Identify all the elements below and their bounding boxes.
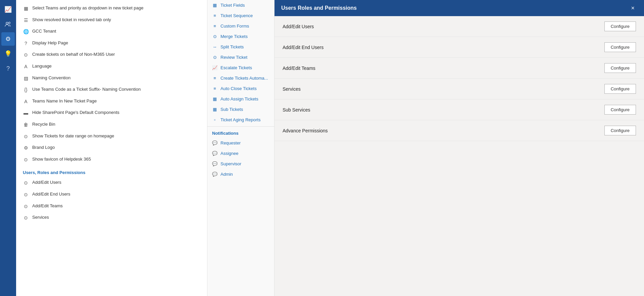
middle-item-merge-tickets[interactable]: ⊙ Merge Tickets — [207, 31, 274, 42]
middle-item-admin[interactable]: 💬 Admin — [207, 169, 274, 179]
add-edit-end-users-row-label: Add/Edit End Users — [283, 45, 324, 50]
modal-header: Users Roles and Permissions × — [275, 0, 644, 16]
middle-panel: ▦ Ticket Fields ≡ Ticket Sequence ≡ Cust… — [207, 0, 275, 296]
left-item-services[interactable]: ⊙ Services — [16, 212, 207, 224]
merge-tickets-label: Merge Tickets — [220, 34, 248, 39]
help-nav-icon[interactable]: ? — [1, 62, 15, 75]
custom-forms-label: Custom Forms — [220, 24, 249, 29]
teams-code-icon: {} — [23, 87, 29, 93]
modal-body: Add/Edit Users Configure Add/Edit End Us… — [275, 16, 644, 296]
teams-name-label: Teams Name In New Ticket Page — [32, 98, 97, 104]
create-tickets-auto-label: Create Tickets Automa... — [220, 76, 268, 81]
left-item-teams-name[interactable]: A Teams Name In New Ticket Page — [16, 96, 207, 108]
left-item-add-edit-users[interactable]: ⊙ Add/Edit Users — [16, 177, 207, 189]
modal-row-add-edit-end-users: Add/Edit End Users Configure — [275, 37, 644, 58]
left-item-teams-code[interactable]: {} Use Teams Code as a Ticket Suffix- Na… — [16, 84, 207, 96]
left-item-language[interactable]: A Language — [16, 61, 207, 73]
sub-services-configure-button[interactable]: Configure — [604, 105, 636, 115]
ticket-sequence-label: Ticket Sequence — [220, 13, 253, 18]
ticket-aging-icon: ▫ — [212, 117, 217, 122]
services-configure-button[interactable]: Configure — [604, 84, 636, 94]
middle-item-auto-assign-tickets[interactable]: ▦ Auto Assign Tickets — [207, 94, 274, 104]
supervisor-label: Supervisor — [220, 161, 241, 166]
custom-forms-icon: ≡ — [212, 24, 217, 29]
gear-nav-icon[interactable]: ⚙ — [1, 32, 15, 46]
modal-row-sub-services: Sub Services Configure — [275, 99, 644, 120]
middle-item-ticket-sequence[interactable]: ≡ Ticket Sequence — [207, 10, 274, 21]
advance-permissions-row-label: Advance Permissions — [283, 128, 328, 133]
left-item-display-help[interactable]: ? Display Help Page — [16, 38, 207, 49]
add-edit-end-users-label: Add/Edit End Users — [32, 191, 70, 197]
show-tickets-date-icon: ⊙ — [23, 133, 29, 140]
services-label: Services — [32, 214, 49, 220]
add-edit-users-configure-button[interactable]: Configure — [604, 22, 636, 31]
recycle-bin-icon: 🗑 — [23, 122, 29, 128]
middle-item-custom-forms[interactable]: ≡ Custom Forms — [207, 21, 274, 31]
merge-tickets-icon: ⊙ — [212, 34, 217, 39]
escalate-tickets-label: Escalate Tickets — [220, 65, 252, 70]
left-item-gcc-tenant[interactable]: 🌐 GCC Tenant — [16, 26, 207, 38]
svg-point-1 — [9, 22, 10, 24]
left-item-create-tickets[interactable]: ⊙ Create tickets on behalf of Non-M365 U… — [16, 49, 207, 61]
review-ticket-label: Review Ticket — [220, 55, 247, 60]
middle-item-assignee[interactable]: 💬 Assignee — [207, 148, 274, 159]
left-item-brand-logo[interactable]: ⚙ Brand Logo — [16, 142, 207, 154]
sub-services-row-label: Sub Services — [283, 107, 310, 113]
middle-item-supervisor[interactable]: 💬 Supervisor — [207, 159, 274, 169]
admin-label: Admin — [220, 172, 233, 177]
modal-row-advance-permissions: Advance Permissions Configure — [275, 120, 644, 141]
add-edit-users-row-label: Add/Edit Users — [283, 24, 314, 29]
auto-close-tickets-label: Auto Close Tickets — [220, 86, 257, 91]
middle-item-split-tickets[interactable]: ↔ Split Tickets — [207, 42, 274, 52]
left-item-hide-sharepoint[interactable]: ▬ Hide SharePoint Page's Default Compone… — [16, 107, 207, 119]
middle-item-requester[interactable]: 💬 Requester — [207, 138, 274, 148]
modal-row-add-edit-teams: Add/Edit Teams Configure — [275, 58, 644, 79]
main-content: Users Roles and Permissions × Add/Edit U… — [275, 0, 644, 296]
left-item-recycle-bin[interactable]: 🗑 Recycle Bin — [16, 119, 207, 131]
add-edit-teams-configure-button[interactable]: Configure — [604, 63, 636, 73]
add-edit-teams-icon: ⊙ — [23, 203, 29, 210]
gcc-tenant-label: GCC Tenant — [32, 28, 56, 34]
left-item-show-tickets-date[interactable]: ⊙ Show Tickets for date range on homepag… — [16, 131, 207, 142]
ticket-sequence-icon: ≡ — [212, 13, 217, 18]
left-item-show-favicon[interactable]: ⊙ Show favicon of Helpdesk 365 — [16, 154, 207, 166]
teams-name-icon: A — [23, 98, 29, 105]
left-item-add-edit-teams[interactable]: ⊙ Add/Edit Teams — [16, 201, 207, 212]
language-icon: A — [23, 64, 29, 70]
brand-logo-label: Brand Logo — [32, 144, 55, 151]
add-edit-end-users-configure-button[interactable]: Configure — [604, 42, 636, 52]
supervisor-icon: 💬 — [212, 161, 217, 166]
left-item-show-resolved[interactable]: ☰ Show resolved ticket in resolved tab o… — [16, 14, 207, 26]
lightbulb-nav-icon[interactable]: 💡 — [1, 47, 15, 60]
people-nav-icon[interactable] — [1, 17, 15, 31]
middle-item-escalate-tickets[interactable]: 📈 Escalate Tickets — [207, 62, 274, 73]
review-ticket-icon: ⊙ — [212, 55, 217, 60]
naming-convention-icon: ▨ — [23, 75, 29, 82]
middle-item-create-tickets-auto[interactable]: ≡ Create Tickets Automa... — [207, 73, 274, 83]
middle-item-ticket-aging[interactable]: ▫ Ticket Aging Reports — [207, 115, 274, 125]
middle-item-review-ticket[interactable]: ⊙ Review Ticket — [207, 52, 274, 62]
modal-panel: Users Roles and Permissions × Add/Edit U… — [275, 0, 644, 296]
left-panel: ▦ Select Teams and priority as dropdown … — [16, 0, 207, 296]
left-item-naming-convention[interactable]: ▨ Naming Convention — [16, 73, 207, 84]
advance-permissions-configure-button[interactable]: Configure — [604, 126, 636, 135]
middle-item-ticket-fields[interactable]: ▦ Ticket Fields — [207, 0, 274, 10]
modal-close-button[interactable]: × — [628, 3, 637, 13]
create-tickets-icon: ⊙ — [23, 52, 29, 58]
create-tickets-label: Create tickets on behalf of Non-M365 Use… — [32, 51, 115, 57]
middle-item-auto-close-tickets[interactable]: ≡ Auto Close Tickets — [207, 83, 274, 94]
middle-item-sub-tickets[interactable]: ▦ Sub Tickets — [207, 104, 274, 115]
chart-nav-icon[interactable]: 📈 — [1, 3, 15, 16]
notifications-section-header: Notifications — [207, 126, 274, 138]
split-tickets-icon: ↔ — [212, 44, 217, 49]
auto-assign-tickets-label: Auto Assign Tickets — [220, 96, 258, 101]
auto-assign-tickets-icon: ▦ — [212, 96, 217, 101]
assignee-label: Assignee — [220, 151, 238, 156]
left-item-add-edit-end-users[interactable]: ⊙ Add/Edit End Users — [16, 189, 207, 201]
sub-tickets-icon: ▦ — [212, 107, 217, 112]
left-item-select-teams[interactable]: ▦ Select Teams and priority as dropdown … — [16, 3, 207, 14]
ticket-fields-icon: ▦ — [212, 3, 217, 8]
modal-title: Users Roles and Permissions — [281, 5, 357, 11]
admin-icon: 💬 — [212, 172, 217, 177]
teams-code-label: Use Teams Code as a Ticket Suffix- Namin… — [32, 86, 141, 92]
